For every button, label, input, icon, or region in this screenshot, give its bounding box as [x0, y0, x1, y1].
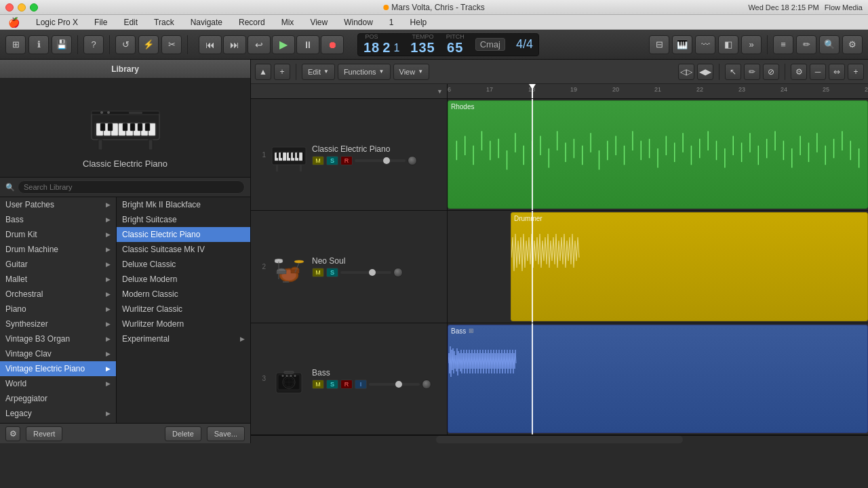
scroll-thumb[interactable] — [436, 436, 683, 443]
patch-item-6[interactable]: Modern Classic — [117, 287, 250, 302]
functions-button[interactable]: Functions ▼ — [338, 64, 391, 80]
track-2-solo[interactable]: S — [326, 268, 338, 277]
track-3-pan[interactable] — [422, 380, 431, 389]
category-item-10[interactable]: Vintage Clav▶ — [0, 346, 116, 361]
category-item-11[interactable]: Vintage Electric Piano▶ — [0, 361, 116, 376]
add-track-button[interactable]: + — [274, 64, 290, 80]
up-arrow-button[interactable]: ▲ — [255, 64, 271, 80]
mixer-right-button[interactable]: ⊟ — [649, 35, 669, 54]
category-item-0[interactable]: User Patches▶ — [0, 197, 116, 212]
info-button[interactable]: ℹ — [28, 35, 49, 54]
menu-edit[interactable]: Edit — [121, 16, 140, 28]
patch-item-1[interactable]: Bright Suitcase — [117, 212, 250, 227]
category-item-2[interactable]: Drum Kit▶ — [0, 227, 116, 242]
patch-item-2[interactable]: Classic Electric Piano — [117, 227, 250, 242]
save-patch-button[interactable]: Save... — [207, 426, 245, 441]
eraser-button[interactable]: ⊘ — [763, 64, 779, 80]
config-button[interactable]: ⚙ — [842, 35, 863, 54]
track-1-pan[interactable] — [408, 156, 417, 165]
menu-file[interactable]: File — [92, 16, 110, 28]
mixer-button[interactable]: ⚡ — [138, 35, 159, 54]
patch-item-0[interactable]: Bright Mk II Blackface — [117, 197, 250, 212]
menu-window[interactable]: Window — [341, 16, 376, 28]
revert-button[interactable]: Revert — [26, 426, 62, 441]
category-item-6[interactable]: Orchestral▶ — [0, 287, 116, 302]
category-item-8[interactable]: Synthesizer▶ — [0, 317, 116, 331]
track-3-mute[interactable]: M — [312, 380, 324, 389]
track-1-volume[interactable] — [355, 159, 406, 162]
scissors-button[interactable]: ✂ — [161, 35, 182, 54]
track-2-volume[interactable] — [340, 271, 391, 274]
search-right-button[interactable]: 🔍 — [819, 35, 840, 54]
play-button[interactable]: ▶ — [272, 35, 295, 54]
menu-help[interactable]: Help — [408, 16, 430, 28]
track-2-content[interactable]: Drummer — [448, 211, 868, 322]
view-button[interactable]: View ▼ — [393, 64, 430, 80]
rewind-button[interactable]: ⏮ — [199, 35, 222, 54]
menu-view[interactable]: View — [307, 16, 330, 28]
pencil-button[interactable]: ✏ — [744, 64, 760, 80]
category-item-5[interactable]: Mallet▶ — [0, 272, 116, 287]
save-button[interactable]: 💾 — [52, 35, 72, 54]
menu-track[interactable]: Track — [151, 16, 177, 28]
track-3-solo[interactable]: S — [326, 380, 338, 389]
help-button[interactable]: ? — [83, 35, 104, 54]
search-input[interactable] — [18, 180, 245, 194]
track-3-content[interactable]: Bass ⊞ — [448, 323, 868, 434]
track-1-solo[interactable]: S — [326, 156, 338, 165]
plus-zoom[interactable]: + — [848, 64, 864, 80]
patch-item-4[interactable]: Deluxe Classic — [117, 257, 250, 272]
track-1-mute[interactable]: M — [312, 156, 324, 165]
loop-button[interactable]: ↺ — [115, 35, 136, 54]
edit-view-button[interactable]: ✏ — [796, 35, 816, 54]
menu-mix[interactable]: Mix — [279, 16, 297, 28]
patch-item-9[interactable]: Experimental▶ — [117, 331, 250, 346]
cursor-button[interactable]: ↖ — [725, 64, 741, 80]
patch-item-3[interactable]: Classic Suitcase Mk IV — [117, 242, 250, 257]
fullscreen-button[interactable] — [30, 3, 38, 12]
track-3-volume[interactable] — [369, 383, 420, 386]
patch-item-8[interactable]: Wurlitzer Modern — [117, 317, 250, 331]
eq-button[interactable]: 〰 — [695, 35, 715, 54]
category-item-3[interactable]: Drum Machine▶ — [0, 242, 116, 257]
horizontal-scrollbar[interactable] — [251, 435, 868, 443]
zoom-in-button[interactable]: ◀▶ — [697, 64, 713, 80]
track-2-pan[interactable] — [393, 268, 403, 277]
tracks-view-button[interactable]: ≡ — [773, 35, 793, 54]
category-item-13[interactable]: Arpeggiator — [0, 391, 116, 406]
category-item-7[interactable]: Piano▶ — [0, 302, 116, 317]
track-3-input[interactable]: I — [355, 380, 367, 389]
category-item-1[interactable]: Bass▶ — [0, 212, 116, 227]
zoom-slider[interactable]: ⇔ — [829, 64, 845, 80]
zoom-out-button[interactable]: ◁▷ — [678, 64, 694, 80]
piano-roll-button[interactable]: 🎹 — [672, 35, 692, 54]
close-button[interactable] — [5, 3, 14, 12]
menu-logicprox[interactable]: Logic Pro X — [33, 16, 81, 28]
fast-forward-button[interactable]: ⏭ — [223, 35, 246, 54]
more-button[interactable]: » — [741, 35, 762, 54]
category-item-4[interactable]: Guitar▶ — [0, 257, 116, 272]
track-2-mute[interactable]: M — [312, 268, 324, 277]
menu-record[interactable]: Record — [236, 16, 268, 28]
track-1-record[interactable]: R — [340, 156, 353, 165]
minus-zoom[interactable]: ─ — [810, 64, 826, 80]
patch-item-5[interactable]: Deluxe Modern — [117, 272, 250, 287]
track-3-record[interactable]: R — [340, 380, 353, 389]
apple-menu[interactable]: 🍎 — [5, 16, 22, 29]
delete-button[interactable]: Delete — [165, 426, 201, 441]
record-button[interactable]: ⏺ — [321, 35, 344, 54]
library-button[interactable]: ⊞ — [5, 35, 26, 54]
minimize-button[interactable] — [18, 3, 26, 12]
menu-1[interactable]: 1 — [387, 16, 397, 28]
timeline-ruler-area[interactable]: 1617181920212223242526 — [448, 84, 868, 99]
category-item-12[interactable]: World▶ — [0, 376, 116, 391]
pause-button[interactable]: ⏸ — [296, 35, 319, 54]
settings-icon[interactable]: ⚙ — [791, 64, 807, 80]
skip-back-button[interactable]: ↩ — [248, 35, 271, 54]
track-1-content[interactable]: Rhodes — [448, 99, 868, 210]
gear-button[interactable]: ⚙ — [5, 426, 20, 441]
category-item-14[interactable]: Legacy▶ — [0, 406, 116, 421]
category-item-9[interactable]: Vintage B3 Organ▶ — [0, 331, 116, 346]
patch-item-7[interactable]: Wurlitzer Classic — [117, 302, 250, 317]
edit-button[interactable]: Edit ▼ — [302, 64, 335, 80]
